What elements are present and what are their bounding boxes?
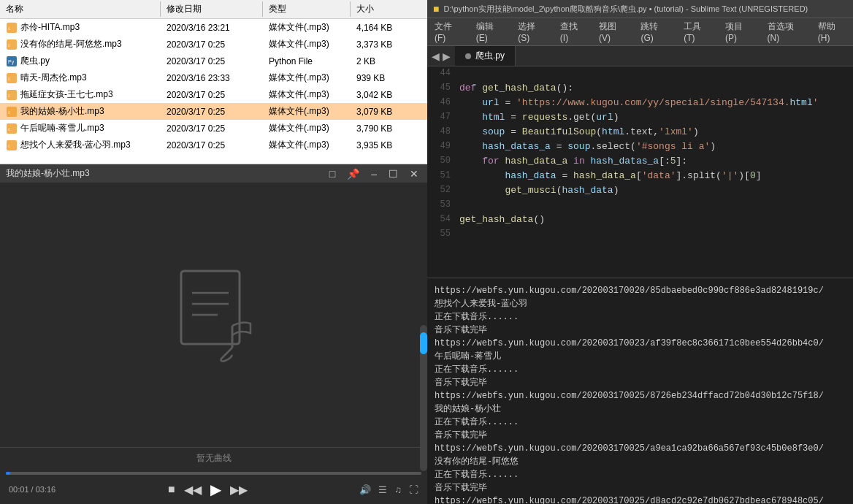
line-number: 45	[427, 83, 456, 97]
prev-button[interactable]: ◀◀	[184, 483, 202, 497]
pin-button[interactable]: 📌	[344, 168, 362, 180]
menu-item[interactable]: 视图(V)	[592, 18, 633, 45]
line-number: 50	[427, 156, 456, 170]
file-name: 爬虫.py	[20, 55, 50, 67]
terminal-output[interactable]: https://webfs.yun.kugou.com/202003170020…	[427, 278, 853, 504]
file-row[interactable]: ♫ 拖延症女孩-王七七.mp3 2020/3/17 0:25 媒体文件(.mp3…	[0, 86, 427, 103]
audio-button[interactable]: ♫	[394, 484, 402, 495]
mp3-icon: ♫	[6, 89, 18, 101]
menu-item[interactable]: 文件(F)	[427, 18, 469, 45]
col-header-date[interactable]: 修改日期	[161, 1, 263, 17]
nav-right[interactable]: ▶	[443, 50, 451, 62]
progress-container[interactable]	[0, 469, 427, 478]
file-name-cell: ♫ 赤伶-HITA.mp3	[0, 20, 161, 35]
fullscreen-button[interactable]: ⛶	[409, 484, 418, 495]
media-time: 00:01 / 03:16	[9, 485, 56, 494]
file-date: 2020/3/16 23:33	[161, 72, 263, 85]
file-row[interactable]: ♫ 赤伶-HITA.mp3 2020/3/16 23:21 媒体文件(.mp3)…	[0, 19, 427, 36]
code-line: 50 for hash_data_a in hash_datas_a[:5]:	[427, 156, 853, 170]
file-icon: ♫	[6, 72, 18, 84]
file-icon: ♫	[6, 140, 18, 151]
tab-bar: ◀ ▶ 爬虫.py	[427, 46, 853, 66]
file-row[interactable]: ♫ 没有你的结尾-阿悠悠.mp3 2020/3/17 0:25 媒体文件(.mp…	[0, 36, 427, 53]
playlist-button[interactable]: ☰	[378, 484, 387, 495]
file-row[interactable]: ♫ 我的姑娘-杨小壮.mp3 2020/3/17 0:25 媒体文件(.mp3)…	[0, 103, 427, 120]
menu-item[interactable]: 项目(P)	[718, 18, 760, 45]
file-date: 2020/3/17 0:25	[161, 105, 263, 118]
line-content: url = 'https://www.kugou.com/yy/special/…	[456, 97, 819, 112]
no-track-label: 暂无曲线	[0, 447, 427, 469]
nav-left[interactable]: ◀	[432, 50, 440, 62]
sublime-text-panel: ■ D:\python实用技能\model_2\python爬取酷狗音乐\爬虫.…	[427, 0, 853, 504]
file-name-cell: Py 爬虫.py	[0, 53, 161, 69]
menu-item[interactable]: 编辑(E)	[469, 18, 510, 45]
svg-text:♫: ♫	[7, 110, 11, 115]
col-header-type[interactable]: 类型	[263, 1, 351, 17]
terminal-line: https://webfs.yun.kugou.com/202003170023…	[435, 337, 846, 350]
minimize-button[interactable]: –	[368, 168, 380, 180]
terminal-line: 没有你的结尾-阿悠悠	[435, 455, 846, 468]
mp3-icon: ♫	[6, 106, 18, 118]
mp3-icon: ♫	[6, 123, 18, 134]
stop-button[interactable]: ■	[168, 483, 175, 496]
terminal-line: https://webfs.yun.kugou.com/202003170020…	[435, 284, 846, 297]
close-button[interactable]: ✕	[407, 168, 421, 180]
restore-button[interactable]: □	[326, 168, 338, 180]
mp3-icon: ♫	[6, 72, 18, 84]
code-line: 47 html = requests.get(url)	[427, 112, 853, 126]
line-number: 52	[427, 185, 456, 199]
file-type: 媒体文件(.mp3)	[263, 37, 351, 52]
maximize-button[interactable]: ☐	[386, 168, 401, 180]
scroll-thumb[interactable]	[420, 332, 427, 354]
line-content: hash_datas_a = soup.select('#songs li a'…	[456, 141, 716, 156]
code-editor[interactable]: 44 45def get_hash_data():46 url = 'https…	[427, 66, 853, 278]
file-name-cell: ♫ 拖延症女孩-王七七.mp3	[0, 87, 161, 102]
file-name: 想找个人来爱我-蓝心羽.mp3	[20, 139, 131, 151]
titlebar-controls: □ 📌 – ☐ ✕	[326, 168, 421, 180]
terminal-line: 音乐下载完毕	[435, 429, 846, 442]
terminal-line: 我的姑娘-杨小壮	[435, 402, 846, 416]
file-name: 赤伶-HITA.mp3	[20, 21, 80, 34]
col-header-size[interactable]: 大小	[351, 1, 409, 17]
terminal-line: https://webfs.yun.kugou.com/202003170025…	[435, 442, 846, 455]
file-row[interactable]: Py 爬虫.py 2020/3/17 0:25 Python File 2 KB	[0, 53, 427, 69]
line-content	[456, 199, 465, 214]
file-row[interactable]: ♫ 想找个人来爱我-蓝心羽.mp3 2020/3/17 0:25 媒体文件(.m…	[0, 137, 427, 153]
tab-crawl[interactable]: 爬虫.py	[455, 46, 516, 66]
file-size: 4,164 KB	[351, 21, 409, 34]
file-row[interactable]: ♫ 午后呢喃-蒋雪儿.mp3 2020/3/17 0:25 媒体文件(.mp3)…	[0, 120, 427, 137]
menu-item[interactable]: 查找(I)	[553, 18, 592, 45]
line-number: 48	[427, 126, 456, 141]
code-line: 52 get_musci(hash_data)	[427, 185, 853, 199]
line-number: 49	[427, 141, 456, 156]
file-type: 媒体文件(.mp3)	[263, 20, 351, 35]
play-button[interactable]: ▶	[210, 481, 221, 498]
menu-item[interactable]: 选择(S)	[510, 18, 552, 45]
file-manager-header: 名称 修改日期 类型 大小	[0, 0, 427, 19]
col-header-name[interactable]: 名称	[0, 1, 161, 17]
line-content: def get_hash_data():	[456, 83, 573, 97]
media-scrollbar[interactable]	[420, 325, 427, 471]
file-type: 媒体文件(.mp3)	[263, 87, 351, 102]
file-name-cell: ♫ 我的姑娘-杨小壮.mp3	[0, 104, 161, 119]
file-icon: ♫	[6, 106, 18, 118]
code-line: 53	[427, 199, 853, 214]
line-number: 47	[427, 112, 456, 126]
line-content: get_hash_data()	[456, 214, 545, 229]
file-size: 3,935 KB	[351, 139, 409, 152]
menu-item[interactable]: 跳转(G)	[633, 18, 676, 45]
file-row[interactable]: ♫ 晴天-周杰伦.mp3 2020/3/16 23:33 媒体文件(.mp3) …	[0, 69, 427, 86]
media-controls: 00:01 / 03:16 ■ ◀◀ ▶ ▶▶ 🔊 ☰ ♫ ⛶	[0, 478, 427, 504]
progress-bar[interactable]	[6, 472, 421, 475]
menu-item[interactable]: 帮助(H)	[811, 18, 853, 45]
file-name: 没有你的结尾-阿悠悠.mp3	[20, 38, 122, 50]
next-button[interactable]: ▶▶	[230, 483, 248, 497]
line-number: 54	[427, 214, 456, 229]
volume-button[interactable]: 🔊	[359, 484, 371, 495]
line-number: 51	[427, 170, 456, 185]
menu-item[interactable]: 工具(T)	[676, 18, 718, 45]
line-content	[456, 68, 465, 83]
music-graphic	[148, 249, 280, 381]
terminal-line: 音乐下载完毕	[435, 376, 846, 389]
menu-item[interactable]: 首选项(N)	[760, 18, 811, 45]
